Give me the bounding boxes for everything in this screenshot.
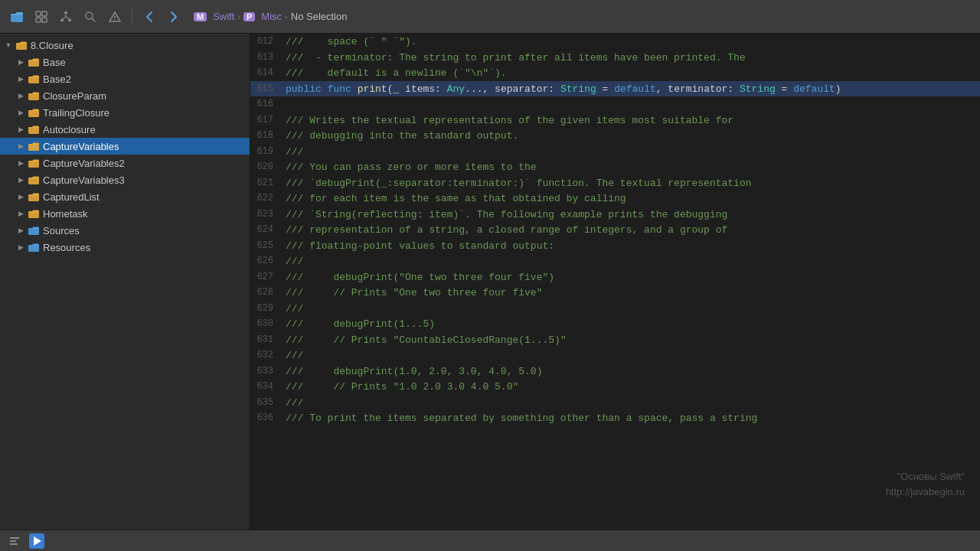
arrow-icon: ▶ — [15, 174, 26, 185]
line-content[interactable]: /// debugPrint("One two three four five"… — [283, 269, 980, 285]
line-content[interactable]: public func print(_ items: Any..., separ… — [283, 81, 980, 97]
line-content[interactable]: /// for each item is the same as that ob… — [283, 191, 980, 207]
hierarchy-icon[interactable] — [55, 6, 77, 28]
nav-forward-icon[interactable] — [163, 6, 185, 28]
grid-icon[interactable] — [31, 6, 52, 28]
token: ` — [369, 36, 381, 47]
line-content[interactable]: /// - terminator: The string to print af… — [283, 50, 980, 66]
editor-line: 617/// Writes the textual representation… — [250, 112, 980, 129]
svg-rect-4 — [42, 18, 47, 22]
editor[interactable]: 612/// space (` " `").613/// - terminato… — [250, 34, 980, 530]
sidebar-item-autoclosure[interactable]: ▶ Autoclosure — [0, 121, 250, 138]
nav-back-icon[interactable] — [139, 6, 160, 28]
token: /// debugPrint("One two three four five"… — [286, 272, 554, 283]
line-content[interactable]: /// // Prints "One two three four five" — [283, 285, 980, 301]
line-number: 612 — [250, 34, 283, 48]
sidebar-item-closureparam[interactable]: ▶ ClosureParam — [0, 87, 250, 104]
token: default — [614, 83, 656, 95]
token — [351, 83, 358, 95]
sidebar-item-capturedlist[interactable]: ▶ CapturedList — [0, 188, 250, 205]
line-content[interactable]: /// — [283, 347, 980, 364]
line-content[interactable]: /// `debugPrint(_:separator:terminator:)… — [283, 175, 980, 191]
watermark-line2: http://javabegin.ru — [886, 484, 965, 500]
line-content[interactable]: /// You can pass zero or more items to t… — [283, 159, 980, 175]
editor-line: 613/// - terminator: The string to print… — [250, 50, 980, 66]
sidebar-item-capturevariables[interactable]: ▶ CaptureVariables — [0, 138, 250, 155]
line-content[interactable]: /// — [283, 253, 980, 269]
arrow-icon: ▶ — [15, 158, 26, 168]
main-content: ▼ 8.Closure▶ Base▶ Base2▶ ClosureParam▶ … — [0, 34, 980, 530]
line-content[interactable]: /// debugging into the standard output. — [283, 128, 980, 144]
sidebar-item-capturevariables3[interactable]: ▶ CaptureVariables3 — [0, 171, 250, 188]
line-content[interactable]: /// Writes the textual representations o… — [283, 112, 980, 129]
sidebar-item-trailingclosure[interactable]: ▶ TrailingClosure — [0, 104, 250, 121]
search-icon[interactable] — [80, 6, 101, 28]
editor-line: 631/// // Prints "CountableClosedRange(1… — [250, 332, 980, 348]
line-number: 626 — [250, 253, 283, 268]
editor-line: 620/// You can pass zero or more items t… — [250, 159, 980, 175]
line-content[interactable]: /// // Prints "CountableClosedRange(1...… — [283, 332, 980, 348]
line-number: 615 — [250, 81, 283, 96]
editor-line: 616 — [250, 96, 980, 112]
line-content[interactable]: /// debugPrint(1...5) — [283, 316, 980, 332]
sidebar-item-8closure[interactable]: ▼ 8.Closure — [0, 37, 250, 54]
breadcrumb-module[interactable]: M Swift — [194, 11, 234, 22]
bottom-collapse-icon[interactable] — [6, 533, 23, 549]
sidebar-item-label: Hometask — [43, 208, 88, 220]
breadcrumb-sep2: › — [285, 12, 288, 21]
svg-rect-28 — [10, 537, 19, 539]
folder-icon — [28, 207, 40, 220]
line-content[interactable]: /// — [283, 301, 980, 317]
line-content[interactable]: /// representation of a string, a closed… — [283, 222, 980, 238]
line-content[interactable]: /// — [283, 395, 980, 411]
line-content[interactable]: /// `String(reflecting: item)`. The foll… — [283, 207, 980, 223]
line-content[interactable]: /// — [283, 144, 980, 160]
token: , terminator: — [656, 83, 740, 95]
sidebar-item-sources[interactable]: ▶ Sources — [0, 222, 250, 239]
sidebar-item-resources[interactable]: ▶ Resources — [0, 239, 250, 256]
token: /// representation of a string, a closed… — [286, 224, 727, 236]
line-number: 628 — [250, 285, 283, 299]
breadcrumb: M Swift › P Misc › No Selection — [194, 11, 347, 22]
token: /// // Prints "CountableClosedRange(1...… — [286, 334, 567, 346]
watermark-line1: "Основы Swift" — [886, 469, 965, 484]
play-button[interactable] — [29, 533, 44, 549]
token: = — [596, 83, 614, 95]
sidebar-item-base2[interactable]: ▶ Base2 — [0, 70, 250, 87]
line-number: 634 — [250, 379, 283, 393]
token: /// default is a newline (`"\n"`). — [286, 67, 507, 79]
line-content[interactable]: /// default is a newline (`"\n"`). — [283, 65, 980, 81]
sidebar-item-label: CaptureVariables2 — [43, 158, 125, 169]
editor-line: 630/// debugPrint(1...5) — [250, 316, 980, 332]
line-content[interactable] — [283, 96, 980, 112]
svg-line-10 — [66, 17, 70, 19]
editor-line: 623/// `String(reflecting: item)`. The f… — [250, 207, 980, 223]
sidebar-item-capturevariables2[interactable]: ▶ CaptureVariables2 — [0, 155, 250, 171]
arrow-icon: ▶ — [15, 242, 26, 253]
svg-line-12 — [92, 18, 95, 21]
token: ..., separator: — [465, 83, 560, 95]
breadcrumb-misc[interactable]: P Misc — [243, 11, 282, 22]
line-content[interactable]: /// space (` " `"). — [283, 34, 980, 50]
editor-line: 614/// default is a newline (`"\n"`). — [250, 65, 980, 81]
line-content[interactable]: /// // Prints "1.0 2.0 3.0 4.0 5.0" — [283, 379, 980, 395]
svg-rect-0 — [11, 14, 23, 22]
token: public — [286, 83, 322, 95]
line-number: 625 — [250, 238, 283, 253]
sidebar-item-base[interactable]: ▶ Base — [0, 54, 250, 70]
breadcrumb-selection[interactable]: No Selection — [291, 11, 348, 22]
arrow-icon: ▶ — [15, 57, 26, 67]
token: print — [358, 83, 387, 95]
line-content[interactable]: /// debugPrint(1.0, 2.0, 3.0, 4.0, 5.0) — [283, 364, 980, 380]
warning-icon[interactable] — [104, 6, 126, 28]
sidebar-item-label: Sources — [43, 225, 80, 236]
folder-icon — [28, 123, 40, 135]
folder-icon — [28, 106, 40, 119]
arrow-icon: ▼ — [3, 40, 14, 51]
line-content[interactable]: /// To print the items separated by some… — [283, 410, 980, 426]
sidebar-item-hometask[interactable]: ▶ Hometask — [0, 205, 250, 222]
editor-line: 635/// — [250, 395, 980, 411]
folder-icon[interactable] — [6, 6, 28, 28]
line-content[interactable]: /// floating-point values to standard ou… — [283, 238, 980, 254]
token: /// — [286, 303, 303, 315]
